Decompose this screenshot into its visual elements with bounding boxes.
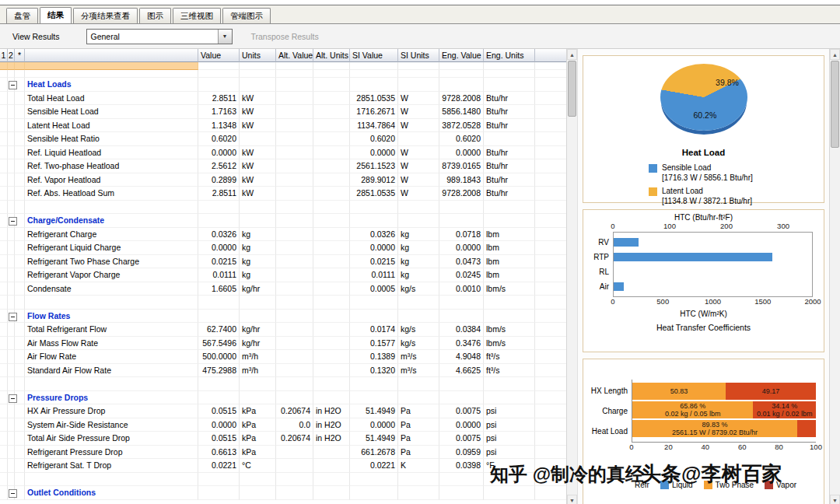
group-row[interactable]: Charge/Condensate [0, 214, 566, 228]
chevron-down-icon[interactable]: ▼ [218, 30, 232, 44]
cell [276, 70, 313, 78]
table-row[interactable]: Ref. Liquid Heatload0.0000kW0.0000W0.000… [0, 146, 566, 160]
cell: Heat Loads [25, 78, 198, 92]
bar-value-label: 34.14 % [772, 402, 797, 410]
table-row[interactable]: Ref. Abs. Heatload Sum2.8511kW2851.0535W… [0, 187, 566, 201]
tab-results[interactable]: 结果 [40, 7, 72, 23]
bar-category-label: RV [583, 235, 613, 250]
collapse-icon[interactable] [9, 394, 17, 403]
scroll-down-arrow-icon[interactable]: ▼ [830, 495, 840, 504]
cell: 2851.0535 [350, 92, 398, 106]
collapse-icon[interactable] [9, 489, 17, 498]
tab-tube-end-diagram[interactable]: 管端图示 [222, 8, 271, 23]
table-row[interactable]: HX Air Pressure Drop0.0515kPa0.20674in H… [0, 404, 566, 418]
scrollbar-thumb[interactable] [831, 61, 839, 148]
cell [313, 146, 350, 160]
table-row[interactable]: Refrigerant Charge0.0326kg0.0326kg0.0718… [0, 228, 566, 242]
legend-value: [1134.8 W / 3872.1 Btu/hr] [662, 197, 752, 207]
scrollbar-track[interactable] [567, 117, 577, 495]
table-row[interactable]: Sensible Heat Ratio0.60200.60200.6020 [0, 132, 566, 146]
tab-diagram[interactable]: 图示 [139, 8, 171, 23]
grid-vertical-scrollbar[interactable]: ▲ ▼ [566, 49, 577, 504]
axis-tick-label: 40 [702, 443, 710, 451]
group-row[interactable]: Pressure Drops [0, 391, 566, 405]
column-header[interactable]: SI Units [398, 49, 439, 62]
cell-filler [535, 350, 566, 364]
table-row[interactable]: System Air-Side Resistance0.0000kPa0.0in… [0, 418, 566, 432]
scroll-up-arrow-icon[interactable]: ▲ [567, 49, 577, 60]
cell: 0.6020 [439, 132, 484, 146]
table-row[interactable]: Standard Air Flow Rate475.2988m³/h0.1320… [0, 364, 566, 378]
cell: 500.0000 [198, 350, 240, 364]
table-row[interactable]: Total Refrigerant Flow62.7400kg/hr0.0174… [0, 323, 566, 337]
cell [313, 70, 350, 78]
group-row[interactable]: Outlet Conditions [0, 486, 566, 500]
tab-3d-view[interactable]: 三维视图 [173, 8, 221, 23]
cell: 989.1843 [439, 173, 484, 187]
cell: kPa [240, 404, 276, 418]
column-header[interactable]: Units [240, 49, 276, 62]
group-row[interactable]: Flow Rates [0, 310, 566, 324]
cell: kW [240, 146, 276, 160]
scrollbar-thumb[interactable] [568, 61, 576, 117]
collapse-icon[interactable] [9, 313, 17, 321]
table-row[interactable]: Refrigerant Two Phase Charge0.0215kg0.02… [0, 255, 566, 269]
scroll-up-arrow-icon[interactable]: ▲ [830, 49, 840, 60]
panel-vertical-scrollbar[interactable]: ▲ ▼ [829, 49, 840, 504]
spacer-row [0, 473, 566, 487]
bar-value-label: 2561.15 W / 8739.02 Btu/hr [672, 429, 758, 436]
table-row[interactable]: Air Mass Flow Rate567.5496kg/hr0.1577kg/… [0, 337, 566, 351]
cell [15, 364, 25, 378]
collapse-icon[interactable] [9, 217, 17, 226]
results-type-dropdown[interactable]: General ▼ [86, 29, 233, 44]
transpose-results-button[interactable]: Transpose Results [251, 32, 319, 41]
table-row[interactable]: Refrigerant Pressure Drop0.6613kPa661.26… [0, 446, 566, 460]
cell [276, 310, 313, 324]
column-header[interactable]: Alt. Value [276, 49, 313, 62]
htc-bottom-ticks: 0500100015002000 [583, 297, 824, 306]
column-header[interactable]: 1 [0, 49, 8, 62]
column-header[interactable]: * [15, 49, 25, 62]
group-row[interactable]: Heat Loads [0, 78, 566, 92]
cell: 0.0000 [439, 418, 484, 432]
cell [439, 70, 484, 78]
column-header[interactable]: Value [198, 49, 240, 62]
cell [240, 70, 276, 78]
tab-itemized-results[interactable]: 分项结果查看 [73, 8, 138, 23]
column-header[interactable]: SI Value [350, 49, 398, 62]
table-row[interactable]: Ref. Vapor Heatload0.2899kW289.9012W989.… [0, 173, 566, 187]
pie-slice-label: 60.2% [694, 110, 717, 120]
table-row[interactable]: Sensible Heat Load1.7163kW1716.2671W5856… [0, 105, 566, 119]
cell: Ref. Abs. Heatload Sum [25, 187, 198, 201]
column-header[interactable]: 2 [8, 49, 15, 62]
column-header[interactable] [25, 49, 198, 62]
cell: lbm [484, 241, 535, 255]
column-header[interactable]: Alt. Units [313, 49, 350, 62]
collapse-icon[interactable] [9, 81, 17, 89]
cell: 51.4949 [350, 404, 398, 418]
cell: Air Flow Rate [25, 350, 198, 364]
cell [313, 187, 350, 201]
cell: 0.0000 [350, 241, 398, 255]
table-row[interactable]: Condensate1.6605kg/hr0.0005kg/s0.0010lbm… [0, 282, 566, 296]
tab-coil[interactable]: 盘管 [6, 8, 38, 23]
table-row[interactable]: Air Flow Rate500.0000m³/h0.1389m³/s4.904… [0, 350, 566, 364]
cell [313, 159, 350, 173]
table-row[interactable]: Refrigerant Sat. T Drop0.0221°C0.0221K0.… [0, 459, 566, 473]
cell: 0.0000 [350, 146, 398, 160]
cell: kg [398, 228, 439, 242]
scroll-down-arrow-icon[interactable]: ▼ [567, 495, 577, 504]
cell [398, 473, 439, 487]
table-row[interactable]: Total Air Side Pressure Drop0.0515kPa0.2… [0, 432, 566, 446]
table-row[interactable]: Refrigerant Vapor Charge0.0111kg0.0111kg… [0, 268, 566, 282]
column-header[interactable]: Eng. Units [484, 49, 535, 62]
cell: Refrigerant Vapor Charge [25, 268, 198, 282]
scrollbar-track[interactable] [830, 149, 840, 495]
axis-tick-label: 2000 [804, 297, 821, 306]
table-row[interactable]: Refrigerant Liquid Charge0.0000kg0.0000k… [0, 241, 566, 255]
table-row[interactable]: Total Heat Load2.8511kW2851.0535W9728.20… [0, 92, 566, 106]
htc-bar-chart: HTC (Btu/hr-ft²F) 0100200300 RVRTPRLAir … [583, 209, 824, 352]
table-row[interactable]: Ref. Two-phase Heatload2.5612kW2561.1523… [0, 159, 566, 173]
table-row[interactable]: Latent Heat Load1.1348kW1134.7864W3872.0… [0, 119, 566, 133]
column-header[interactable]: Eng. Value [439, 49, 484, 62]
